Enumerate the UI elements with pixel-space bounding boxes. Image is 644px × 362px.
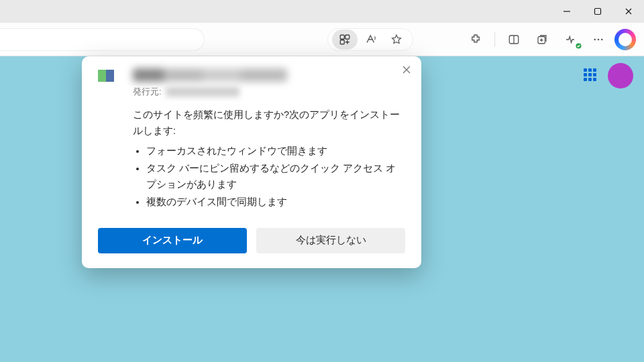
titlebar [0,0,644,23]
address-bar[interactable] [0,28,205,51]
extensions-icon[interactable] [464,29,488,50]
install-pwa-icon[interactable] [332,29,358,50]
split-screen-icon[interactable] [502,29,526,50]
collections-icon[interactable] [530,29,554,50]
window-minimize-button[interactable] [551,0,582,23]
address-bar-actions [327,28,413,51]
performance-icon[interactable] [558,29,582,50]
dialog-header: 発行元: [98,68,405,98]
window-maximize-button[interactable] [582,0,613,23]
install-app-dialog: 発行元: このサイトを頻繁に使用しますか?次のアプリをインストールします: フォ… [82,56,421,268]
svg-rect-2 [345,35,350,39]
install-button[interactable]: インストール [98,228,247,253]
publisher-label: 発行元: [133,86,162,98]
page-content: 発行元: このサイトを頻繁に使用しますか?次のアプリをインストールします: フォ… [0,56,644,362]
dialog-close-button[interactable] [401,64,412,75]
dialog-question: このサイトを頻繁に使用しますか?次のアプリをインストールします: [133,107,405,139]
not-now-button[interactable]: 今は実行しない [256,228,405,253]
profile-avatar[interactable] [608,63,633,88]
svg-rect-0 [595,9,601,15]
svg-point-9 [601,39,603,41]
dialog-bullet: 複数のデバイス間で同期します [146,194,405,210]
svg-rect-3 [340,40,344,44]
copilot-icon[interactable] [614,29,636,50]
dialog-bullet: タスク バーにピン留めするなどのクイック アクセス オプションがあります [146,161,405,193]
dialog-body: このサイトを頻繁に使用しますか?次のアプリをインストールします: フォーカスされ… [133,107,405,210]
favorite-star-icon[interactable] [384,29,409,50]
toolbar [0,23,644,56]
app-icon [98,70,122,94]
divider [494,32,495,47]
more-menu-icon[interactable] [586,29,610,50]
app-title-redacted [133,68,287,82]
publisher-value-redacted [166,87,239,97]
toolbar-right [464,28,636,51]
svg-point-8 [598,39,600,41]
browser-window: 発行元: このサイトを頻繁に使用しますか?次のアプリをインストールします: フォ… [0,0,644,362]
dialog-actions: インストール 今は実行しない [98,228,405,253]
google-apps-icon[interactable] [584,68,597,82]
svg-point-7 [594,39,596,41]
window-close-button[interactable] [613,0,644,23]
read-aloud-icon[interactable] [359,29,383,50]
dialog-bullet: フォーカスされたウィンドウで開きます [146,143,405,160]
svg-rect-1 [340,35,344,39]
